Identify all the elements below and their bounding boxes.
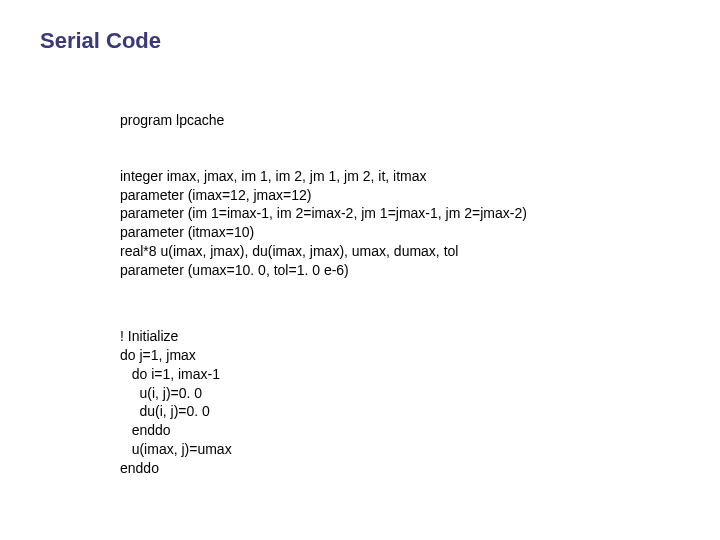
code-line: parameter (im 1=imax-1, im 2=imax-2, jm … [120, 205, 527, 221]
code-line: integer imax, jmax, im 1, im 2, jm 1, jm… [120, 168, 427, 184]
code-line: parameter (imax=12, jmax=12) [120, 187, 311, 203]
blank-line [120, 130, 720, 148]
code-line: ! Initialize [120, 328, 178, 344]
code-line: du(i, j)=0. 0 [120, 403, 210, 419]
code-line: parameter (itmax=10) [120, 224, 254, 240]
code-line: enddo [120, 422, 171, 438]
code-line: do i=1, imax-1 [120, 366, 220, 382]
code-line: do j=1, jmax [120, 347, 196, 363]
slide-page: Serial Code program lpcache integer imax… [0, 0, 720, 540]
slide-title: Serial Code [40, 28, 720, 54]
code-line: u(i, j)=0. 0 [120, 385, 202, 401]
code-line: parameter (umax=10. 0, tol=1. 0 e-6) [120, 262, 349, 278]
code-block: program lpcache integer imax, jmax, im 1… [120, 92, 720, 478]
code-line: program lpcache [120, 112, 224, 128]
code-line: enddo [120, 460, 159, 476]
code-line: real*8 u(imax, jmax), du(imax, jmax), um… [120, 243, 458, 259]
code-line: u(imax, j)=umax [120, 441, 232, 457]
blank-line [120, 280, 720, 308]
